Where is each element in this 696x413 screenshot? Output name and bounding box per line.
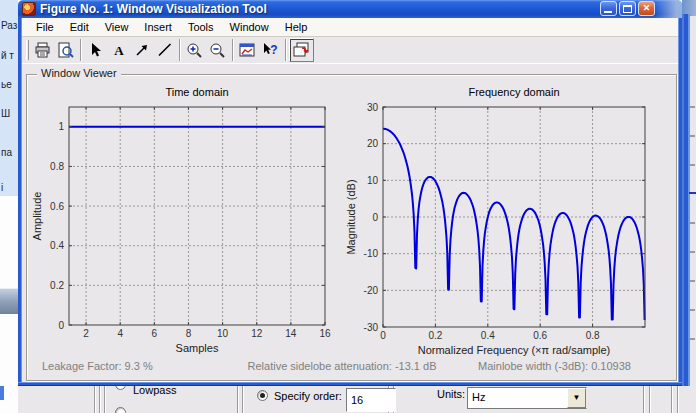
x-tick-label: 14 xyxy=(285,328,297,339)
insert-arrow-button[interactable] xyxy=(130,39,153,61)
insert-arrow-icon xyxy=(134,42,150,58)
highpass-radio-partial[interactable] xyxy=(115,407,126,413)
x-tick-label: 4 xyxy=(117,328,123,339)
specify-order-radio[interactable] xyxy=(257,390,268,401)
axes-box xyxy=(69,107,325,325)
background-left-text-fragment: Ш xyxy=(1,108,10,119)
zoom-in-icon xyxy=(186,42,203,58)
menu-item-file[interactable]: File xyxy=(28,19,62,35)
background-right-tick xyxy=(690,222,695,224)
figure-window: Figure No. 1: Window Visualization Tool … xyxy=(18,0,682,386)
menu-item-window[interactable]: Window xyxy=(222,19,277,35)
insert-line-button[interactable] xyxy=(153,39,176,61)
y-tick-label: 0.4 xyxy=(50,240,64,251)
y-tick-label: 0 xyxy=(58,320,64,331)
minimize-button[interactable] xyxy=(600,1,617,16)
print-button[interactable] xyxy=(31,39,54,61)
close-button[interactable]: ✕ xyxy=(638,1,655,16)
print-icon xyxy=(34,42,51,58)
menu-item-tools[interactable]: Tools xyxy=(180,19,222,35)
x-tick-label: 0.4 xyxy=(481,330,495,341)
y-tick-label: 30 xyxy=(367,102,379,113)
toolbar-separator xyxy=(285,39,286,61)
titlebar-fade xyxy=(654,0,682,18)
plot-tools-button[interactable] xyxy=(236,39,259,61)
x-tick-label: 0.6 xyxy=(533,330,547,341)
groupbox-edge xyxy=(237,386,238,413)
maximize-button[interactable] xyxy=(619,1,636,16)
background-right-tick xyxy=(690,106,695,108)
y-tick-label: 0.8 xyxy=(50,161,64,172)
x-tick-label: 2 xyxy=(83,328,89,339)
menu-item-edit[interactable]: Edit xyxy=(62,19,97,35)
groupbox-edge xyxy=(94,386,95,413)
print-preview-icon xyxy=(57,42,74,58)
y-tick-label: 10 xyxy=(367,175,379,186)
frequency-domain-plot[interactable]: 00.20.40.60.8-30-20-100102030Frequency d… xyxy=(342,82,660,360)
order-input[interactable] xyxy=(346,388,396,412)
zoom-out-icon xyxy=(209,42,226,58)
background-bottom-panel: Lowpass Specify order: Units: Hz ▼ xyxy=(18,386,696,413)
background-left-text-fragment: і xyxy=(1,182,3,193)
window-viewer-label: Window Viewer xyxy=(37,67,121,79)
zoom-in-button[interactable] xyxy=(183,39,206,61)
menu-item-help[interactable]: Help xyxy=(277,19,316,35)
background-right-curve-fragment xyxy=(689,192,696,194)
background-right-tick xyxy=(690,280,695,282)
x-axis-label: Samples xyxy=(176,342,219,354)
data-curve xyxy=(383,129,645,320)
whats-this-button[interactable]: ? xyxy=(259,39,282,61)
x-tick-label: 0.8 xyxy=(586,330,600,341)
minimize-icon xyxy=(604,11,612,13)
title-bar[interactable]: Figure No. 1: Window Visualization Tool … xyxy=(18,0,682,18)
y-tick-label: -30 xyxy=(364,322,379,333)
groupbox-edge xyxy=(99,386,100,413)
insert-text-button[interactable]: A xyxy=(107,39,130,61)
y-tick-label: 0 xyxy=(372,212,378,223)
mainlobe-width-text: Mainlobe width (-3dB): 0.10938 xyxy=(432,360,677,372)
toolbar: A xyxy=(22,37,678,64)
units-combobox[interactable]: Hz ▼ xyxy=(467,387,587,409)
background-right-tick xyxy=(690,309,695,311)
background-right-tick xyxy=(690,164,695,166)
svg-text:?: ? xyxy=(270,43,277,57)
groupbox-edge xyxy=(242,386,243,413)
menu-item-view[interactable]: View xyxy=(97,19,137,35)
units-label: Units: xyxy=(437,388,465,400)
plot-title: Time domain xyxy=(165,86,228,98)
close-icon: ✕ xyxy=(643,3,651,13)
y-tick-label: 1 xyxy=(58,121,64,132)
figure-icon xyxy=(22,2,36,16)
groupbox-edge xyxy=(643,386,644,413)
chevron-down-icon: ▼ xyxy=(573,393,581,402)
svg-text:A: A xyxy=(114,43,124,58)
maximize-icon xyxy=(623,5,632,13)
x-tick-label: 8 xyxy=(186,328,192,339)
window-client-area: FileEditViewInsertToolsWindowHelp xyxy=(22,18,678,382)
y-tick-label: -20 xyxy=(364,285,379,296)
background-left-text-fragment: Раз xyxy=(1,20,17,31)
background-left-text-fragment: па xyxy=(1,147,12,158)
select-arrow-button[interactable] xyxy=(84,39,107,61)
time-domain-plot[interactable]: 24681012141600.20.40.60.81Time domainSam… xyxy=(28,82,340,360)
x-tick-label: 0 xyxy=(380,330,386,341)
print-preview-button[interactable] xyxy=(54,39,77,61)
zoom-out-button[interactable] xyxy=(206,39,229,61)
menu-item-insert[interactable]: Insert xyxy=(136,19,180,35)
plot-title: Frequency domain xyxy=(468,86,559,98)
combo-dropdown-button[interactable]: ▼ xyxy=(567,388,586,408)
y-tick-label: 0.2 xyxy=(50,280,64,291)
y-tick-label: -10 xyxy=(364,248,379,259)
background-left-text-fragment: ье xyxy=(1,79,12,90)
units-value: Hz xyxy=(472,391,485,403)
full-view-analysis-toggle[interactable] xyxy=(289,38,314,62)
background-window-left: Разй тьеШпаі xyxy=(0,0,18,413)
x-tick-label: 6 xyxy=(152,328,158,339)
toolbar-grip[interactable] xyxy=(26,40,29,60)
background-right-tick xyxy=(690,251,695,253)
background-window-right: ec xyxy=(682,0,696,413)
groupbox-edge xyxy=(649,386,650,413)
background-right-tick xyxy=(690,338,695,340)
groupbox-edge xyxy=(671,386,672,413)
toolbar-separator xyxy=(232,39,233,61)
